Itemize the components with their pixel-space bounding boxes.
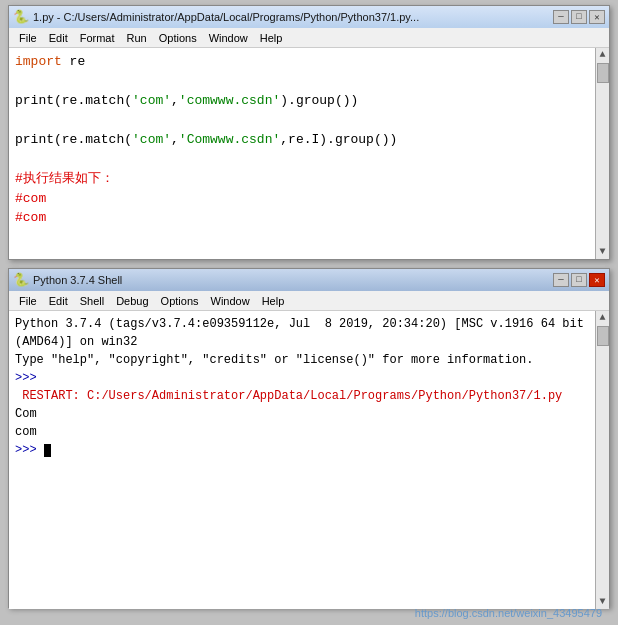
shell-minimize-button[interactable]: — [553,273,569,287]
shell-window: 🐍 Python 3.7.4 Shell — □ ✕ File Edit She… [8,268,610,608]
shell-menu-debug[interactable]: Debug [110,294,154,308]
editor-menu-bar: File Edit Format Run Options Window Help [9,28,609,48]
shell-menu-edit[interactable]: Edit [43,294,74,308]
shell-title-bar[interactable]: 🐍 Python 3.7.4 Shell — □ ✕ [9,269,609,291]
menu-options[interactable]: Options [153,31,203,45]
shell-line-4: >>> [15,369,589,387]
editor-scrollbar[interactable]: ▲ ▼ [595,48,609,259]
scroll-up-arrow[interactable]: ▲ [596,48,609,62]
shell-menu-options[interactable]: Options [155,294,205,308]
code-line-3: print(re.match('com','comwww.csdn').grou… [15,91,589,111]
shell-close-button[interactable]: ✕ [589,273,605,287]
shell-line-1: Python 3.7.4 (tags/v3.7.4:e09359112e, Ju… [15,315,589,333]
shell-maximize-button[interactable]: □ [571,273,587,287]
code-line-5: print(re.match('com','Comwww.csdn',re.I)… [15,130,589,150]
code-line-4 [15,111,589,131]
shell-menu-shell[interactable]: Shell [74,294,110,308]
menu-window[interactable]: Window [203,31,254,45]
shell-menu-file[interactable]: File [13,294,43,308]
menu-run[interactable]: Run [121,31,153,45]
code-editor[interactable]: import re print(re.match('com','comwww.c… [9,48,609,259]
editor-title-bar[interactable]: 🐍 1.py - C:/Users/Administrator/AppData/… [9,6,609,28]
shell-line-7: com [15,423,589,441]
scroll-thumb[interactable] [597,63,609,83]
shell-menu-bar: File Edit Shell Debug Options Window Hel… [9,291,609,311]
shell-output[interactable]: Python 3.7.4 (tags/v3.7.4:e09359112e, Ju… [9,311,609,609]
shell-line-2: (AMD64)] on win32 [15,333,589,351]
code-line-6 [15,150,589,170]
code-line-2 [15,72,589,92]
shell-scroll-thumb[interactable] [597,326,609,346]
shell-line-8: >>> [15,441,589,459]
shell-line-3: Type "help", "copyright", "credits" or "… [15,351,589,369]
code-line-1: import re [15,52,589,72]
shell-scrollbar[interactable]: ▲ ▼ [595,311,609,609]
editor-minimize-button[interactable]: — [553,10,569,24]
shell-menu-help[interactable]: Help [256,294,291,308]
code-line-7: #执行结果如下： [15,169,589,189]
menu-file[interactable]: File [13,31,43,45]
editor-title-text: 1.py - C:/Users/Administrator/AppData/Lo… [33,11,419,23]
shell-line-5: RESTART: C:/Users/Administrator/AppData/… [15,387,589,405]
shell-scroll-up-arrow[interactable]: ▲ [596,311,609,325]
watermark: https://blog.csdn.net/weixin_43495479 [415,607,602,619]
code-line-8: #com [15,189,589,209]
shell-window-controls: — □ ✕ [553,273,605,287]
editor-window: 🐍 1.py - C:/Users/Administrator/AppData/… [8,5,610,260]
scroll-down-arrow[interactable]: ▼ [596,245,609,259]
menu-format[interactable]: Format [74,31,121,45]
editor-maximize-button[interactable]: □ [571,10,587,24]
menu-help[interactable]: Help [254,31,289,45]
editor-close-button[interactable]: ✕ [589,10,605,24]
shell-line-6: Com [15,405,589,423]
editor-window-icon: 🐍 [13,9,29,25]
shell-menu-window[interactable]: Window [205,294,256,308]
shell-window-icon: 🐍 [13,272,29,288]
shell-title-text: Python 3.7.4 Shell [33,274,122,286]
editor-window-controls: — □ ✕ [553,10,605,24]
menu-edit[interactable]: Edit [43,31,74,45]
code-line-9: #com [15,208,589,228]
